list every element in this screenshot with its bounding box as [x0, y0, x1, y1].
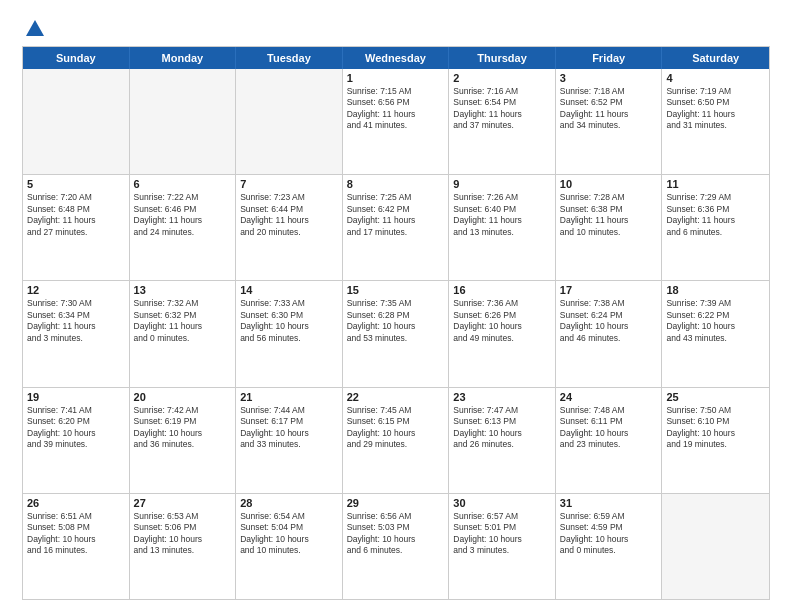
page: SundayMondayTuesdayWednesdayThursdayFrid… — [0, 0, 792, 612]
calendar-cell: 27Sunrise: 6:53 AM Sunset: 5:06 PM Dayli… — [130, 494, 237, 599]
day-info: Sunrise: 7:15 AM Sunset: 6:56 PM Dayligh… — [347, 86, 445, 132]
day-info: Sunrise: 6:53 AM Sunset: 5:06 PM Dayligh… — [134, 511, 232, 557]
day-number: 14 — [240, 284, 338, 296]
day-number: 10 — [560, 178, 658, 190]
day-info: Sunrise: 6:59 AM Sunset: 4:59 PM Dayligh… — [560, 511, 658, 557]
day-info: Sunrise: 6:57 AM Sunset: 5:01 PM Dayligh… — [453, 511, 551, 557]
calendar-cell: 4Sunrise: 7:19 AM Sunset: 6:50 PM Daylig… — [662, 69, 769, 174]
header-day-wednesday: Wednesday — [343, 47, 450, 69]
header-day-monday: Monday — [130, 47, 237, 69]
calendar-cell: 14Sunrise: 7:33 AM Sunset: 6:30 PM Dayli… — [236, 281, 343, 386]
calendar-cell: 22Sunrise: 7:45 AM Sunset: 6:15 PM Dayli… — [343, 388, 450, 493]
calendar-cell: 30Sunrise: 6:57 AM Sunset: 5:01 PM Dayli… — [449, 494, 556, 599]
calendar-cell: 12Sunrise: 7:30 AM Sunset: 6:34 PM Dayli… — [23, 281, 130, 386]
header-day-thursday: Thursday — [449, 47, 556, 69]
calendar-cell: 18Sunrise: 7:39 AM Sunset: 6:22 PM Dayli… — [662, 281, 769, 386]
calendar-cell — [236, 69, 343, 174]
calendar-cell: 23Sunrise: 7:47 AM Sunset: 6:13 PM Dayli… — [449, 388, 556, 493]
day-info: Sunrise: 7:25 AM Sunset: 6:42 PM Dayligh… — [347, 192, 445, 238]
day-number: 17 — [560, 284, 658, 296]
calendar-cell: 28Sunrise: 6:54 AM Sunset: 5:04 PM Dayli… — [236, 494, 343, 599]
calendar-cell: 11Sunrise: 7:29 AM Sunset: 6:36 PM Dayli… — [662, 175, 769, 280]
calendar-cell: 24Sunrise: 7:48 AM Sunset: 6:11 PM Dayli… — [556, 388, 663, 493]
day-number: 7 — [240, 178, 338, 190]
calendar-week-1: 1Sunrise: 7:15 AM Sunset: 6:56 PM Daylig… — [23, 69, 769, 174]
calendar-cell: 6Sunrise: 7:22 AM Sunset: 6:46 PM Daylig… — [130, 175, 237, 280]
day-info: Sunrise: 6:54 AM Sunset: 5:04 PM Dayligh… — [240, 511, 338, 557]
calendar-week-3: 12Sunrise: 7:30 AM Sunset: 6:34 PM Dayli… — [23, 280, 769, 386]
logo-icon — [24, 18, 46, 40]
day-number: 9 — [453, 178, 551, 190]
day-info: Sunrise: 7:28 AM Sunset: 6:38 PM Dayligh… — [560, 192, 658, 238]
calendar-week-4: 19Sunrise: 7:41 AM Sunset: 6:20 PM Dayli… — [23, 387, 769, 493]
day-number: 31 — [560, 497, 658, 509]
header — [22, 18, 770, 36]
calendar-week-5: 26Sunrise: 6:51 AM Sunset: 5:08 PM Dayli… — [23, 493, 769, 599]
day-number: 25 — [666, 391, 765, 403]
calendar-cell: 13Sunrise: 7:32 AM Sunset: 6:32 PM Dayli… — [130, 281, 237, 386]
day-info: Sunrise: 7:19 AM Sunset: 6:50 PM Dayligh… — [666, 86, 765, 132]
day-number: 27 — [134, 497, 232, 509]
day-number: 6 — [134, 178, 232, 190]
day-info: Sunrise: 7:42 AM Sunset: 6:19 PM Dayligh… — [134, 405, 232, 451]
day-info: Sunrise: 7:38 AM Sunset: 6:24 PM Dayligh… — [560, 298, 658, 344]
calendar-cell: 17Sunrise: 7:38 AM Sunset: 6:24 PM Dayli… — [556, 281, 663, 386]
header-day-saturday: Saturday — [662, 47, 769, 69]
day-number: 2 — [453, 72, 551, 84]
calendar-cell — [662, 494, 769, 599]
day-info: Sunrise: 6:56 AM Sunset: 5:03 PM Dayligh… — [347, 511, 445, 557]
calendar-header: SundayMondayTuesdayWednesdayThursdayFrid… — [23, 47, 769, 69]
day-number: 16 — [453, 284, 551, 296]
day-number: 26 — [27, 497, 125, 509]
day-info: Sunrise: 7:20 AM Sunset: 6:48 PM Dayligh… — [27, 192, 125, 238]
calendar-cell: 3Sunrise: 7:18 AM Sunset: 6:52 PM Daylig… — [556, 69, 663, 174]
calendar-cell: 19Sunrise: 7:41 AM Sunset: 6:20 PM Dayli… — [23, 388, 130, 493]
day-number: 22 — [347, 391, 445, 403]
calendar-cell: 8Sunrise: 7:25 AM Sunset: 6:42 PM Daylig… — [343, 175, 450, 280]
header-day-tuesday: Tuesday — [236, 47, 343, 69]
day-number: 4 — [666, 72, 765, 84]
day-number: 1 — [347, 72, 445, 84]
day-number: 24 — [560, 391, 658, 403]
calendar-cell: 31Sunrise: 6:59 AM Sunset: 4:59 PM Dayli… — [556, 494, 663, 599]
day-info: Sunrise: 7:50 AM Sunset: 6:10 PM Dayligh… — [666, 405, 765, 451]
day-info: Sunrise: 7:44 AM Sunset: 6:17 PM Dayligh… — [240, 405, 338, 451]
day-info: Sunrise: 7:29 AM Sunset: 6:36 PM Dayligh… — [666, 192, 765, 238]
calendar-cell: 9Sunrise: 7:26 AM Sunset: 6:40 PM Daylig… — [449, 175, 556, 280]
day-number: 19 — [27, 391, 125, 403]
day-number: 18 — [666, 284, 765, 296]
day-info: Sunrise: 7:45 AM Sunset: 6:15 PM Dayligh… — [347, 405, 445, 451]
day-number: 12 — [27, 284, 125, 296]
day-number: 5 — [27, 178, 125, 190]
day-info: Sunrise: 7:35 AM Sunset: 6:28 PM Dayligh… — [347, 298, 445, 344]
calendar-cell: 2Sunrise: 7:16 AM Sunset: 6:54 PM Daylig… — [449, 69, 556, 174]
day-number: 29 — [347, 497, 445, 509]
day-number: 30 — [453, 497, 551, 509]
calendar-cell: 7Sunrise: 7:23 AM Sunset: 6:44 PM Daylig… — [236, 175, 343, 280]
calendar-cell: 5Sunrise: 7:20 AM Sunset: 6:48 PM Daylig… — [23, 175, 130, 280]
calendar-cell: 25Sunrise: 7:50 AM Sunset: 6:10 PM Dayli… — [662, 388, 769, 493]
header-day-friday: Friday — [556, 47, 663, 69]
calendar-week-2: 5Sunrise: 7:20 AM Sunset: 6:48 PM Daylig… — [23, 174, 769, 280]
header-day-sunday: Sunday — [23, 47, 130, 69]
calendar-cell — [130, 69, 237, 174]
day-number: 8 — [347, 178, 445, 190]
day-info: Sunrise: 7:36 AM Sunset: 6:26 PM Dayligh… — [453, 298, 551, 344]
day-info: Sunrise: 6:51 AM Sunset: 5:08 PM Dayligh… — [27, 511, 125, 557]
day-number: 11 — [666, 178, 765, 190]
calendar-cell: 20Sunrise: 7:42 AM Sunset: 6:19 PM Dayli… — [130, 388, 237, 493]
day-info: Sunrise: 7:23 AM Sunset: 6:44 PM Dayligh… — [240, 192, 338, 238]
day-info: Sunrise: 7:47 AM Sunset: 6:13 PM Dayligh… — [453, 405, 551, 451]
day-number: 13 — [134, 284, 232, 296]
svg-marker-0 — [26, 20, 44, 36]
day-number: 20 — [134, 391, 232, 403]
day-number: 28 — [240, 497, 338, 509]
day-info: Sunrise: 7:26 AM Sunset: 6:40 PM Dayligh… — [453, 192, 551, 238]
day-info: Sunrise: 7:30 AM Sunset: 6:34 PM Dayligh… — [27, 298, 125, 344]
day-info: Sunrise: 7:33 AM Sunset: 6:30 PM Dayligh… — [240, 298, 338, 344]
day-number: 15 — [347, 284, 445, 296]
calendar-body: 1Sunrise: 7:15 AM Sunset: 6:56 PM Daylig… — [23, 69, 769, 599]
calendar-cell: 16Sunrise: 7:36 AM Sunset: 6:26 PM Dayli… — [449, 281, 556, 386]
calendar-cell: 26Sunrise: 6:51 AM Sunset: 5:08 PM Dayli… — [23, 494, 130, 599]
calendar-cell: 29Sunrise: 6:56 AM Sunset: 5:03 PM Dayli… — [343, 494, 450, 599]
